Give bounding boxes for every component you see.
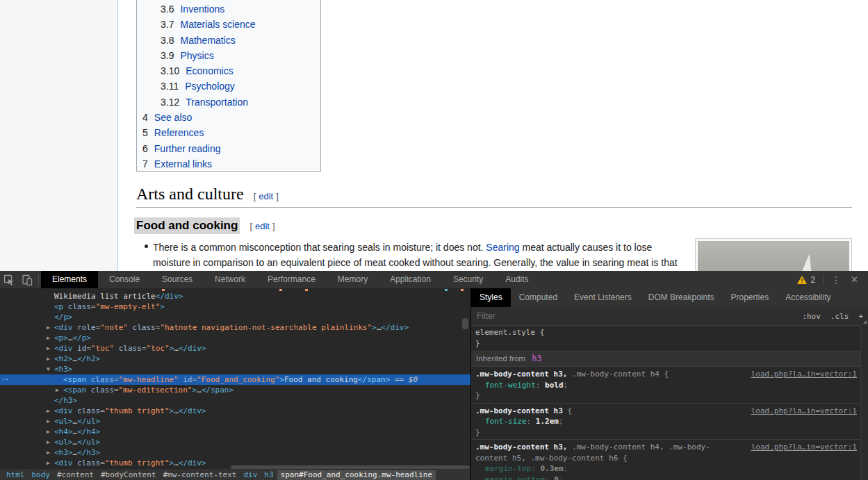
warning-icon[interactable]	[796, 271, 808, 288]
css-property-font-size[interactable]: font-size: 1.2em;	[475, 416, 857, 427]
edit-link-food[interactable]: edit	[255, 221, 270, 231]
filter-input[interactable]: Filter	[471, 311, 797, 321]
dom-tree-row-selected[interactable]: <span class="mw-headline" id="Food_and_c…	[0, 374, 470, 385]
dom-tree-row[interactable]: ▶<ul>…</ul>	[0, 437, 470, 447]
collapse-arrow-icon[interactable]: ▼	[47, 364, 54, 374]
bullet-text-post: meat actually causes it to lose	[520, 242, 653, 253]
horizontal-scrollbar[interactable]	[231, 465, 470, 469]
styles-content: element.style { } Inherited from h3 load…	[471, 325, 861, 480]
sidebar-tab-event-listeners[interactable]: Event Listeners	[566, 288, 640, 307]
sidebar-tab-computed[interactable]: Computed	[511, 288, 566, 307]
css-property-font-weight[interactable]: font-weight: bold;	[475, 380, 857, 391]
breadcrumb--bodycontent[interactable]: #bodyContent	[97, 470, 159, 480]
toc-item-mathematics[interactable]: 3.8Mathematics	[137, 33, 320, 48]
devtools-tab-performance[interactable]: Performance	[256, 271, 327, 288]
devtools-tab-console[interactable]: Console	[98, 271, 151, 288]
breadcrumb--content[interactable]: #content	[54, 470, 97, 480]
stylesheet-link[interactable]: load.php?la…in=vector:1	[751, 369, 857, 380]
edit-link-arts[interactable]: edit	[259, 191, 273, 201]
list-item-line-1: There is a common misconception that sea…	[153, 240, 678, 255]
expand-arrow-icon[interactable]: ▶	[47, 447, 54, 458]
subsection-heading-row: Food and cooking [edit]	[134, 217, 275, 234]
device-toolbar-icon[interactable]	[18, 271, 36, 288]
breadcrumb-html[interactable]: html	[3, 470, 28, 480]
expand-arrow-icon[interactable]: ▶	[47, 406, 54, 416]
breadcrumb-div[interactable]: div	[240, 470, 261, 480]
thumbnail-image[interactable]	[698, 241, 849, 271]
devtools-tab-audits[interactable]: Audits	[494, 271, 539, 288]
devtools-tab-elements[interactable]: Elements	[41, 271, 98, 288]
dom-tree-row[interactable]: ▶<h4>…</h4>	[0, 427, 470, 437]
expand-arrow-icon[interactable]: ▶	[47, 354, 54, 364]
edit-section-food: [edit]	[249, 221, 275, 231]
dom-tree-row[interactable]: ▶<ul>…</ul>	[0, 416, 470, 427]
expand-arrow-icon[interactable]: ▶	[47, 437, 54, 447]
expand-arrow-icon[interactable]: ▶	[47, 416, 54, 427]
expand-arrow-icon[interactable]: ▶	[47, 333, 54, 343]
dom-tree-row[interactable]: ▼<h3>	[0, 364, 470, 374]
dom-tree-row[interactable]: </h3>	[0, 395, 470, 406]
css-property-margin-top[interactable]: margin-top: 0.3em;	[475, 463, 857, 474]
toc-item-economics[interactable]: 3.10Economics	[137, 63, 320, 78]
close-icon[interactable]: ✕	[846, 274, 862, 285]
rule-selector: .mw-body-content h3, .mw-body-content h4…	[475, 442, 710, 463]
devtools-tab-application[interactable]: Application	[379, 271, 442, 288]
thumbnail-box	[695, 238, 852, 271]
dom-tree-row[interactable]: ▶<h3>…</h3>	[0, 447, 470, 458]
stylesheet-link[interactable]: load.php?la…in=vector:1	[751, 442, 857, 453]
breadcrumb-h3[interactable]: h3	[261, 470, 277, 480]
new-style-rule-button[interactable]: +	[853, 312, 868, 321]
vertical-scrollbar[interactable]	[462, 318, 468, 329]
sidebar-tab-dom-breakpoints[interactable]: DOM Breakpoints	[640, 288, 723, 307]
dom-tree-row[interactable]: </p>	[0, 312, 470, 322]
devtools-tab-network[interactable]: Network	[204, 271, 256, 288]
toc-item-physics[interactable]: 3.9Physics	[137, 48, 320, 63]
toggle-hover-button[interactable]: :hov	[797, 312, 826, 321]
element-style-block[interactable]: element.style { }	[471, 325, 861, 351]
toc-item-psychology[interactable]: 3.11Psychology	[137, 78, 320, 94]
expand-arrow-icon[interactable]: ▶	[47, 322, 54, 333]
toc-item-materials-science[interactable]: 3.7Materials science	[137, 17, 320, 32]
toc-item-inventions[interactable]: 3.6Inventions	[137, 1, 320, 17]
edit-bracket-close: ]	[272, 221, 275, 231]
dom-tree-row[interactable]: Wikimedia list article</div>	[0, 291, 470, 301]
breadcrumb-span-food-and-cooking-mw-headline[interactable]: span#Food_and_cooking.mw-headline	[277, 470, 436, 480]
sidebar-tab-bar: StylesComputedEvent ListenersDOM Breakpo…	[471, 288, 868, 307]
devtools-tab-sources[interactable]: Sources	[151, 271, 204, 288]
more-options-icon[interactable]: ⋮	[826, 274, 846, 285]
dom-tree-row[interactable]: ▶<div role="note" class="hatnote navigat…	[0, 322, 470, 333]
devtools-tab-security[interactable]: Security	[442, 271, 494, 288]
toc-item-references[interactable]: 5References	[137, 125, 320, 140]
devtools-body: Wikimedia list article</div><p class="mw…	[0, 288, 868, 480]
css-property-margin-bottom[interactable]: margin-bottom: 0;	[475, 474, 857, 480]
styles-sidebar: StylesComputedEvent ListenersDOM Breakpo…	[470, 288, 868, 480]
toc-item-further-reading[interactable]: 6Further reading	[137, 141, 320, 156]
dom-tree-row[interactable]: ▶<p>…</p>	[0, 333, 470, 343]
inherited-from-tag[interactable]: h3	[532, 354, 542, 363]
dom-tree-row[interactable]: <p class="mw-empty-elt">	[0, 301, 470, 312]
dom-tree-row[interactable]: ▶<div id="toc" class="toc">…</div>	[0, 343, 470, 354]
devtools-tab-memory[interactable]: Memory	[327, 271, 379, 288]
expand-arrow-icon[interactable]: ▶	[47, 458, 54, 468]
toc-item-external-links[interactable]: 7External links	[137, 156, 320, 172]
toc-item-see-also[interactable]: 4See also	[137, 110, 320, 125]
styles-scrollbar-track[interactable]	[860, 325, 868, 480]
expand-arrow-icon[interactable]: ▶	[47, 343, 54, 354]
sidebar-tab-styles[interactable]: Styles	[471, 288, 511, 307]
inspect-element-icon[interactable]	[0, 271, 18, 288]
toggle-class-button[interactable]: .cls	[826, 312, 854, 321]
list-item-line-2: moisture in comparison to an equivalent …	[153, 255, 678, 270]
searing-link[interactable]: Searing	[486, 242, 519, 253]
dom-tree-row[interactable]: ▶<div class="thumb tright">…</div>	[0, 406, 470, 416]
rule-selector: .mw-body-content h3, .mw-body-content h4…	[475, 370, 669, 379]
dom-tree-row[interactable]: ▶<h2>…</h2>	[0, 354, 470, 364]
breadcrumb-body[interactable]: body	[28, 470, 54, 480]
sidebar-tab-properties[interactable]: Properties	[722, 288, 777, 307]
expand-arrow-icon[interactable]: ▶	[47, 427, 54, 437]
dom-tree-row[interactable]: ▶<span class="mw-editsection">…</span>	[0, 385, 470, 395]
stylesheet-link[interactable]: load.php?la…in=vector:1	[751, 406, 857, 417]
toc-item-transportation[interactable]: 3.12Transportation	[137, 94, 320, 110]
breadcrumb--mw-content-text[interactable]: #mw-content-text	[159, 470, 240, 480]
expand-arrow-icon[interactable]: ▶	[56, 385, 63, 395]
sidebar-tab-accessibility[interactable]: Accessibility	[777, 288, 839, 307]
